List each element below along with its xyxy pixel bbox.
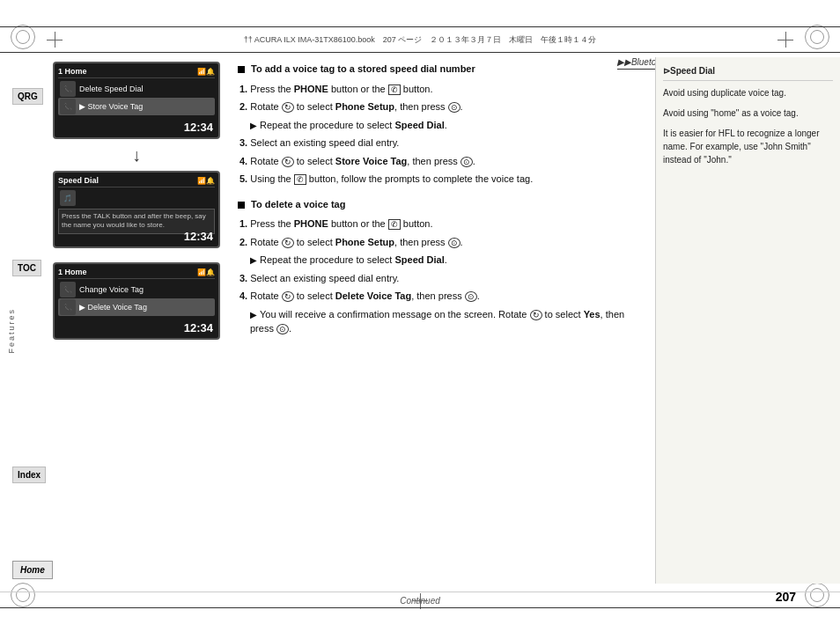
cross-left	[46, 31, 63, 48]
features-label: Features	[7, 308, 16, 354]
right-panel-item2: Avoid using "home" as a voice tag.	[663, 107, 833, 120]
bottom-bar: Continued	[0, 592, 840, 606]
button-icon3: ✆	[388, 219, 401, 230]
press-icon5: ⊙	[276, 324, 289, 334]
screen2-icons: 📶🔔	[197, 177, 215, 185]
screen1-icon1: 📞	[60, 81, 76, 97]
main-content: 1 Home 📶🔔 📞 Delete Speed Dial 📞 ▶ Store …	[48, 57, 840, 584]
add-section-header: To add a voice tag to a stored speed dia…	[238, 62, 642, 77]
index-tab[interactable]: Index	[12, 467, 46, 483]
add-step1: 1. Press the PHONE button or the ✆ butto…	[238, 82, 642, 97]
arrow-down: ↓	[53, 146, 220, 164]
screen2-icon1: 🎵	[60, 190, 76, 206]
bottom-border	[0, 607, 840, 632]
right-panel-item3: It is easier for HFL to recognize a long…	[663, 127, 833, 166]
delete-section-header: To delete a voice tag	[238, 197, 642, 212]
button-icon2: ✆	[294, 174, 306, 185]
page-number: 207	[776, 590, 796, 604]
rotate-icon4: ↻	[282, 291, 294, 302]
screen2: Speed Dial 📶🔔 🎵 Press the TALK button an…	[53, 171, 220, 248]
press-icon3: ⊙	[448, 238, 461, 248]
rotate-icon1: ↻	[282, 102, 294, 113]
delete-step2-sub: ▶Repeat the procedure to select Speed Di…	[248, 253, 642, 268]
screen3-icon1: 📞	[60, 282, 76, 298]
screen3-header: 1 Home 📶🔔	[58, 268, 215, 279]
screen3-icon2: 📞	[60, 299, 76, 315]
toc-tab[interactable]: TOC	[12, 260, 41, 276]
screen1-header: 1 Home 📶🔔	[58, 67, 215, 78]
press-icon4: ⊙	[465, 291, 477, 302]
add-step2-sub: ▶Repeat the procedure to select Speed Di…	[248, 118, 642, 133]
screen3-time: 12:34	[184, 321, 213, 334]
screen1-icon2: 📞	[60, 99, 76, 114]
screen3-title: 1 Home	[58, 268, 87, 276]
delete-step2: 2. Rotate ↻ to select Phone Setup, then …	[238, 235, 642, 250]
screen3-row1: 📞 Change Voice Tag	[58, 281, 215, 298]
home-button[interactable]: Home	[12, 561, 53, 579]
screen1-row2: 📞 ▶ Store Voice Tag	[58, 98, 215, 115]
qrg-tab[interactable]: QRG	[12, 88, 43, 105]
right-panel-item1: Avoid using duplicate voice tag.	[663, 86, 833, 99]
screen1: 1 Home 📶🔔 📞 Delete Speed Dial 📞 ▶ Store …	[53, 62, 220, 139]
screens-panel: 1 Home 📶🔔 📞 Delete Speed Dial 📞 ▶ Store …	[48, 57, 225, 584]
screen2-row1: 🎵	[58, 189, 215, 207]
add-step2: 2. Rotate ↻ to select Phone Setup, then …	[238, 99, 642, 114]
delete-step4: 4. Rotate ↻ to select Delete Voice Tag, …	[238, 289, 642, 304]
add-step5: 5. Using the ✆ button, follow the prompt…	[238, 172, 642, 187]
screen1-icons: 📶🔔	[197, 68, 215, 76]
add-step3: 3. Select an existing speed dial entry.	[238, 136, 642, 151]
top-bar: †† ACURA ILX IMA-31TX86100.book 207 ページ …	[0, 26, 840, 53]
screen2-title: Speed Dial	[58, 176, 99, 185]
top-bar-text: †† ACURA ILX IMA-31TX86100.book 207 ページ …	[53, 34, 787, 46]
right-panel-title: ⊳Speed Dial	[663, 64, 833, 81]
rotate-icon2: ↻	[282, 157, 294, 167]
screen3-icons: 📶🔔	[197, 268, 215, 276]
delete-step1: 1. Press the PHONE button or the ✆ butto…	[238, 217, 642, 231]
rotate-icon3: ↻	[282, 238, 294, 248]
add-step4: 4. Rotate ↻ to select Store Voice Tag, t…	[238, 154, 642, 169]
delete-step4-sub: ▶You will receive a confirmation message…	[248, 307, 642, 336]
cross-right	[777, 31, 794, 48]
delete-step3: 3. Select an existing speed dial entry.	[238, 271, 642, 286]
bullet2	[238, 202, 245, 209]
screen2-header: Speed Dial 📶🔔	[58, 176, 215, 187]
add-section-title: To add a voice tag to a stored speed dia…	[251, 63, 475, 74]
right-panel: ⊳Speed Dial Avoid using duplicate voice …	[655, 57, 840, 584]
screen3-row2: 📞 ▶ Delete Voice Tag	[58, 298, 215, 316]
screen1-row1: 📞 Delete Speed Dial	[58, 80, 215, 98]
screen3-row2-text: ▶ Delete Voice Tag	[79, 303, 147, 312]
press-icon2: ⊙	[461, 157, 473, 167]
screen3: 1 Home 📶🔔 📞 Change Voice Tag 📞 ▶ Delete …	[53, 262, 220, 340]
screen2-time: 12:34	[184, 230, 213, 243]
bullet1	[238, 66, 245, 73]
screen1-row2-text: ▶ Store Voice Tag	[79, 102, 143, 111]
screen1-time: 12:34	[184, 121, 213, 134]
delete-section-title: To delete a voice tag	[251, 199, 345, 209]
rotate-icon5: ↻	[530, 310, 542, 320]
screen3-row1-text: Change Voice Tag	[79, 285, 144, 294]
button-icon1: ✆	[388, 85, 401, 95]
screen1-row1-text: Delete Speed Dial	[79, 85, 144, 93]
press-icon1: ⊙	[448, 102, 461, 113]
screen1-title: 1 Home	[58, 67, 87, 76]
text-panel: To add a voice tag to a stored speed dia…	[225, 57, 655, 584]
